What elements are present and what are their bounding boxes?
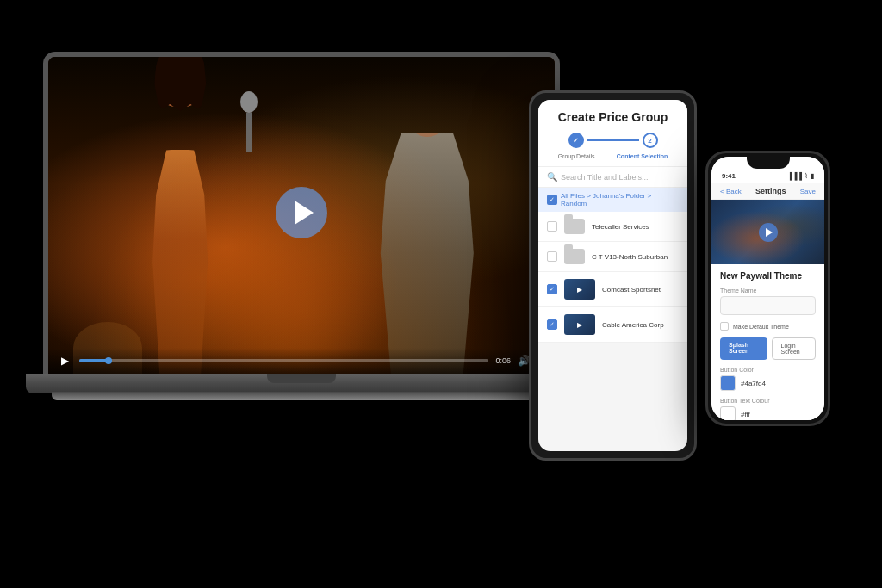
step-2-label: Content Selection	[617, 153, 668, 159]
step-progress-bar: ✓ 2	[547, 133, 679, 148]
phone-notch	[747, 153, 790, 169]
search-icon: 🔍	[547, 172, 557, 182]
button-color-value: #4a7fd4	[741, 380, 766, 387]
button-text-color-box[interactable]	[720, 406, 736, 420]
theme-name-label: Theme Name	[720, 288, 816, 294]
step-labels: Group Details Content Selection	[547, 153, 679, 159]
phone-video-thumbnail	[711, 200, 824, 264]
video-thumbnail	[564, 314, 595, 335]
breadcrumb-path: All Files > Johanna's Folder > Random	[561, 192, 679, 207]
make-default-checkbox[interactable]	[720, 322, 729, 331]
phone-screen: 9:41 ▐▐▐ ⌇ ▮ < Back Settings Save	[711, 157, 824, 420]
signal-icon: ▐▐▐	[787, 172, 802, 180]
laptop-base	[26, 374, 577, 393]
button-text-color-label: Button Text Colour	[720, 398, 816, 404]
button-text-color-swatch: #fff	[720, 406, 816, 420]
wifi-icon: ⌇	[804, 172, 808, 180]
file-name: Cable America Corp	[602, 321, 664, 329]
laptop-bottom-edge	[52, 392, 584, 400]
file-checkbox-4[interactable]: ✓	[547, 319, 557, 330]
phone-app-header: < Back Settings Save	[711, 183, 824, 200]
tablet-device: Create Price Group ✓ 2 Group Details Con…	[529, 90, 697, 461]
button-text-color-value: #fff	[741, 411, 750, 418]
laptop-video-content: ▶ 0:06 🔊 ⛶	[48, 57, 555, 374]
splash-screen-button[interactable]: Splash Screen	[720, 337, 767, 360]
file-name: Comcast Sportsnet	[602, 286, 661, 294]
video-time: 0:06	[495, 356, 511, 365]
status-icons: ▐▐▐ ⌇ ▮	[787, 172, 814, 180]
button-color-box[interactable]	[720, 375, 736, 391]
tablet-header: Create Price Group ✓ 2 Group Details Con…	[538, 100, 687, 167]
video-progress-bar[interactable]	[79, 359, 488, 362]
select-all-checkbox[interactable]: ✓	[547, 195, 557, 205]
search-input[interactable]: Search Title and Labels...	[561, 173, 649, 182]
phone-device: 9:41 ▐▐▐ ⌇ ▮ < Back Settings Save	[705, 151, 830, 426]
phone-play-button[interactable]	[759, 223, 778, 242]
battery-icon: ▮	[811, 172, 814, 180]
list-item: Telecaller Services	[538, 212, 687, 242]
step-2-circle: 2	[643, 133, 658, 148]
list-item: ✓ Cable America Corp	[538, 307, 687, 343]
screen-type-buttons: Splash Screen Login Screen	[720, 337, 816, 360]
button-color-label: Button Color	[720, 367, 816, 373]
phone-play-icon	[766, 228, 773, 237]
step-connector	[587, 139, 639, 141]
file-name: Telecaller Services	[592, 223, 649, 231]
play-button[interactable]	[276, 187, 327, 238]
laptop-screen: ▶ 0:06 🔊 ⛶	[43, 52, 560, 379]
video-thumbnail	[564, 279, 595, 300]
folder-icon	[564, 249, 585, 264]
step-1-circle: ✓	[568, 133, 584, 148]
login-screen-button[interactable]: Login Screen	[772, 337, 817, 360]
tablet-breadcrumb: ✓ All Files > Johanna's Folder > Random	[538, 188, 687, 212]
status-time: 9:41	[722, 172, 736, 180]
tablet-search-bar[interactable]: 🔍 Search Title and Labels...	[538, 167, 687, 188]
laptop-notch	[267, 374, 336, 383]
scene: ▶ 0:06 🔊 ⛶ Create Price Group	[0, 0, 882, 588]
file-checkbox-2[interactable]	[547, 251, 557, 262]
make-default-row: Make Default Theme	[720, 322, 816, 331]
folder-icon	[564, 219, 585, 234]
tablet-screen: Create Price Group ✓ 2 Group Details Con…	[538, 100, 687, 451]
file-checkbox-1[interactable]	[547, 221, 557, 232]
step-1-label: Group Details	[558, 153, 595, 159]
phone-form-content: New Paywall Theme Theme Name Make Defaul…	[711, 264, 824, 420]
tablet-file-list: Telecaller Services C T V13-North Suburb…	[538, 212, 687, 343]
video-play-button[interactable]: ▶	[57, 353, 72, 368]
list-item: C T V13-North Suburban	[538, 242, 687, 272]
save-button[interactable]: Save	[800, 188, 816, 195]
tablet-page-title: Create Price Group	[547, 110, 679, 124]
video-controls: ▶ 0:06 🔊 ⛶	[48, 348, 555, 374]
file-checkbox-3[interactable]: ✓	[547, 284, 557, 294]
paywall-section-title: New Paywall Theme	[720, 271, 816, 281]
back-button[interactable]: < Back	[720, 188, 742, 195]
button-color-swatch: #4a7fd4	[720, 375, 816, 391]
play-icon	[295, 201, 314, 225]
theme-name-input[interactable]	[720, 296, 816, 315]
progress-dot	[105, 357, 112, 364]
laptop: ▶ 0:06 🔊 ⛶	[43, 52, 577, 413]
list-item: ✓ Comcast Sportsnet	[538, 272, 687, 307]
make-default-label: Make Default Theme	[733, 324, 789, 330]
file-name: C T V13-North Suburban	[592, 253, 668, 261]
phone-page-title: Settings	[755, 187, 786, 195]
